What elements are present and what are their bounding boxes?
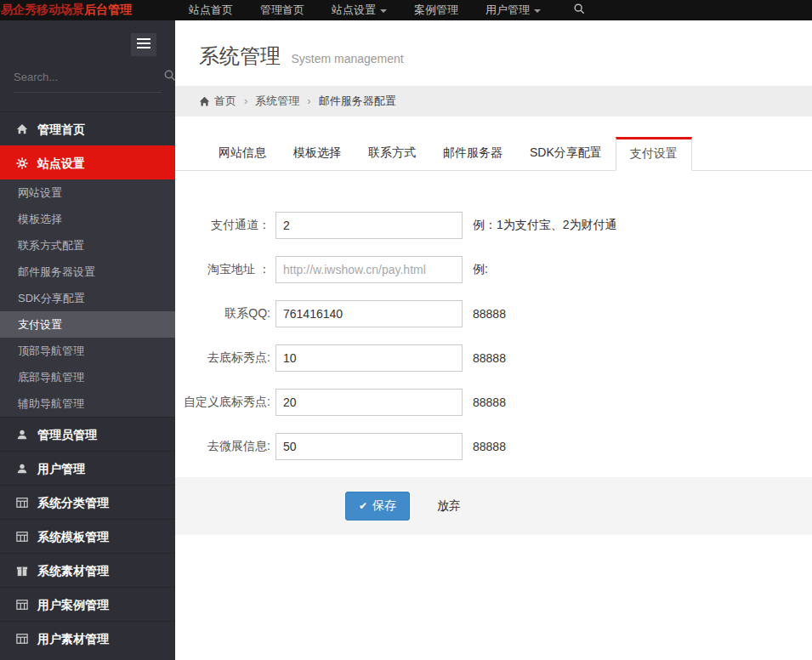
form-row: 支付通道： 例：1为支付宝、2为财付通 <box>175 212 812 239</box>
field-hint: 88888 <box>473 351 506 365</box>
sidebar-item-label: 管理首页 <box>37 112 85 146</box>
submenu-item-aux-nav[interactable]: 辅助导航管理 <box>0 390 175 417</box>
submenu-item-payment-settings[interactable]: 支付设置 <box>0 311 175 338</box>
sidebar-item-admin-manage[interactable]: 管理员管理 <box>0 417 175 451</box>
topnav-case-manage[interactable]: 案例管理 <box>400 0 472 20</box>
breadcrumb-home[interactable]: 首页 <box>214 86 236 117</box>
field-label: 去微展信息: <box>175 439 270 454</box>
field-hint: 88888 <box>473 307 506 321</box>
submenu-item-bottom-nav[interactable]: 底部导航管理 <box>0 364 175 390</box>
taobao-url-input[interactable] <box>275 256 463 283</box>
topbar-search-button[interactable] <box>573 3 585 18</box>
table-icon <box>15 497 29 509</box>
tab-mail-server[interactable]: 邮件服务器 <box>429 137 516 170</box>
form-row: 淘宝地址 ： 例: <box>175 256 812 283</box>
breadcrumb: 首页 › 系统管理 › 邮件服务器配置 <box>175 86 812 117</box>
tab-website-info[interactable]: 网站信息 <box>205 137 280 170</box>
tab-sdk-share[interactable]: SDK分享配置 <box>516 137 616 170</box>
form-row: 去底标秀点: 88888 <box>175 344 812 372</box>
tab-template-select[interactable]: 模板选择 <box>280 137 355 170</box>
breadcrumb-separator: › <box>244 86 247 117</box>
topbar: 易企秀移动场景后台管理 站点首页 管理首页 站点设置 案例管理 用户管理 <box>0 0 812 20</box>
submenu-item-contact-config[interactable]: 联系方式配置 <box>0 232 175 259</box>
sidebar-item-system-material[interactable]: 系统素材管理 <box>0 553 175 587</box>
page-header: 系统管理 System management <box>175 20 812 70</box>
sidebar-item-label: 用户案例管理 <box>37 588 109 622</box>
check-icon: ✔ <box>359 500 367 512</box>
form-row: 联系QQ: 88888 <box>175 300 812 327</box>
submenu-item-template-select[interactable]: 模板选择 <box>0 206 175 232</box>
sidebar-collapse-button[interactable] <box>131 33 156 56</box>
gears-icon <box>15 157 29 169</box>
field-label: 自定义底标秀点: <box>175 395 270 410</box>
sidebar-item-label: 系统模板管理 <box>37 520 109 554</box>
home-icon <box>199 96 210 107</box>
submenu-item-mail-server[interactable]: 邮件服务器设置 <box>0 259 175 285</box>
field-hint: 88888 <box>473 440 506 453</box>
sidebar-item-system-template[interactable]: 系统模板管理 <box>0 519 175 553</box>
topnav-admin-home[interactable]: 管理首页 <box>247 0 318 20</box>
sidebar-item-site-settings[interactable]: 站点设置 <box>0 145 175 179</box>
field-hint: 例: <box>473 262 488 277</box>
submenu-item-top-nav[interactable]: 顶部导航管理 <box>0 338 175 364</box>
submenu-item-sdk-share[interactable]: SDK分享配置 <box>0 285 175 311</box>
table-icon <box>15 633 29 645</box>
page-subtitle: System management <box>291 52 403 65</box>
field-label: 支付通道： <box>175 218 270 233</box>
breadcrumb-separator: › <box>307 86 310 117</box>
field-hint: 例：1为支付宝、2为财付通 <box>473 218 617 233</box>
topnav-site-home[interactable]: 站点首页 <box>175 0 247 20</box>
hamburger-icon <box>136 37 151 52</box>
tab-contact[interactable]: 联系方式 <box>355 137 429 170</box>
sidebar-item-label: 管理员管理 <box>37 418 97 452</box>
page: 易企秀移动场景后台管理 站点首页 管理首页 站点设置 案例管理 用户管理 管理首… <box>0 0 812 660</box>
field-label: 淘宝地址 ： <box>175 262 270 277</box>
topnav-user-manage[interactable]: 用户管理 <box>472 0 554 20</box>
user-icon <box>15 463 29 475</box>
breadcrumb-current: 邮件服务器配置 <box>319 86 396 117</box>
submenu-item-website-settings[interactable]: 网站设置 <box>0 179 175 206</box>
sidebar: 管理首页 站点设置 网站设置 模板选择 联系方式配置 邮件服务器设置 SDK分享… <box>0 20 175 660</box>
sidebar-item-user-manage[interactable]: 用户管理 <box>0 451 175 485</box>
sidebar-item-user-case[interactable]: 用户案例管理 <box>0 587 175 621</box>
sidebar-item-user-material[interactable]: 用户素材管理 <box>0 621 175 655</box>
home-icon <box>15 123 29 135</box>
custom-watermark-points-input[interactable] <box>275 389 463 416</box>
remove-weizhan-info-input[interactable] <box>275 433 463 460</box>
contact-qq-input[interactable] <box>275 300 463 327</box>
top-nav: 站点首页 管理首页 站点设置 案例管理 用户管理 <box>175 0 585 20</box>
tab-payment-settings[interactable]: 支付设置 <box>616 137 692 171</box>
chevron-down-icon <box>534 9 541 13</box>
main-content: 系统管理 System management 首页 › 系统管理 › 邮件服务器… <box>175 20 812 660</box>
remove-watermark-points-input[interactable] <box>275 344 463 372</box>
topnav-site-settings[interactable]: 站点设置 <box>318 0 400 20</box>
search-icon <box>163 69 176 85</box>
chevron-down-icon <box>380 9 387 13</box>
sidebar-menu: 管理首页 站点设置 网站设置 模板选择 联系方式配置 邮件服务器设置 SDK分享… <box>0 111 175 655</box>
sidebar-item-admin-home[interactable]: 管理首页 <box>0 111 175 145</box>
page-title: 系统管理 <box>199 44 281 67</box>
form-footer: ✔ 保存 放弃 <box>175 477 812 535</box>
form-row: 去微展信息: 88888 <box>175 433 812 460</box>
breadcrumb-system-manage[interactable]: 系统管理 <box>255 86 299 117</box>
table-icon <box>15 531 29 543</box>
sidebar-search-input[interactable] <box>14 67 163 87</box>
sidebar-item-label: 用户素材管理 <box>37 622 109 656</box>
brand-text: 易企秀移动场景 <box>1 3 84 16</box>
field-label: 去底标秀点: <box>175 350 270 366</box>
tab-bar: 网站信息 模板选择 联系方式 邮件服务器 SDK分享配置 支付设置 <box>175 137 812 171</box>
save-button-label: 保存 <box>372 498 396 514</box>
brand: 易企秀移动场景后台管理 <box>0 3 175 18</box>
payment-channel-input[interactable] <box>275 212 463 239</box>
site-settings-submenu: 网站设置 模板选择 联系方式配置 邮件服务器设置 SDK分享配置 支付设置 顶部… <box>0 179 175 417</box>
user-icon <box>15 429 29 441</box>
sidebar-item-label: 系统素材管理 <box>37 554 109 588</box>
gift-icon <box>15 565 29 577</box>
sidebar-item-system-category[interactable]: 系统分类管理 <box>0 485 175 519</box>
search-icon <box>573 3 585 18</box>
table-icon <box>15 599 29 611</box>
brand-suffix: 后台管理 <box>84 3 132 16</box>
save-button[interactable]: ✔ 保存 <box>345 492 410 521</box>
field-label: 联系QQ: <box>175 306 270 321</box>
cancel-button[interactable]: 放弃 <box>437 498 461 514</box>
